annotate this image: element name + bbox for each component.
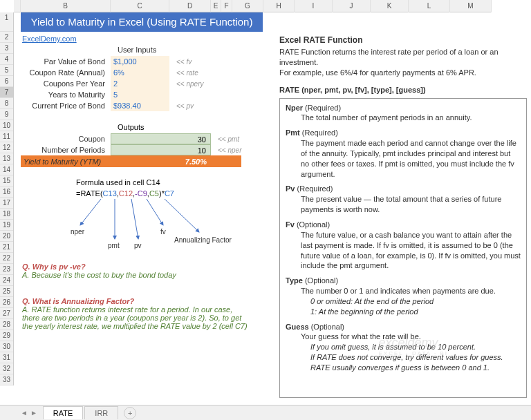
row-5[interactable]: 5 (0, 65, 13, 76)
arrow-label-annualizing: Annualizing Factor (174, 236, 232, 244)
svg-line-3 (147, 199, 163, 225)
output-hint: << nper (211, 146, 241, 154)
input-cell[interactable]: $1,000 (111, 56, 169, 67)
row-25[interactable]: 25 (0, 286, 13, 297)
svg-line-2 (131, 199, 138, 239)
input-cell[interactable]: 6% (111, 67, 169, 78)
col-D[interactable]: D (169, 0, 211, 12)
tab-irr[interactable]: IRR (84, 406, 118, 419)
row-13[interactable]: 13 (0, 153, 13, 164)
row-33[interactable]: 33 (0, 374, 13, 385)
row-8[interactable]: 8 (0, 98, 13, 109)
arg-desc: The present value — the total amount tha… (286, 194, 521, 215)
row-32[interactable]: 32 (0, 363, 13, 374)
row-30[interactable]: 30 (0, 341, 13, 352)
row-11[interactable]: 11 (0, 131, 13, 142)
rate-desc1: RATE Function returns the interest rate … (279, 47, 527, 68)
arg-name: Pv (286, 184, 295, 193)
row-24[interactable]: 24 (0, 275, 13, 286)
arg-subdesc: 0 or omitted: At the end of the period (286, 296, 521, 307)
row-headers: 1234567891011121314151617181920212223242… (0, 12, 14, 385)
input-hint: << npery (169, 80, 203, 88)
rate-signature: RATE (nper, pmt, pv, [fv], [type], [gues… (279, 85, 527, 95)
row-9[interactable]: 9 (0, 109, 13, 120)
arg-desc: The payment made each period and cannot … (286, 138, 521, 179)
col-C[interactable]: C (111, 0, 169, 12)
arg-name: Type (286, 276, 303, 285)
arg-desc: The number 0 or 1 and indicates when pay… (286, 286, 521, 296)
col-F[interactable]: F (221, 0, 232, 12)
output-label: Number of Periods (21, 146, 111, 154)
user-inputs-header: User Inputs (118, 46, 156, 54)
output-cell[interactable]: 10 (111, 144, 211, 155)
row-19[interactable]: 19 (0, 220, 13, 231)
source-link[interactable]: ExcelDemy.com (22, 35, 77, 43)
svg-line-4 (165, 199, 199, 232)
tab-rate[interactable]: RATE (43, 406, 84, 419)
row-16[interactable]: 16 (0, 187, 13, 198)
col-L[interactable]: L (409, 0, 450, 12)
row-28[interactable]: 28 (0, 319, 13, 330)
output-cell[interactable]: 30 (111, 133, 211, 144)
worksheet-content: Yield to Maturity in Excel (Using RATE F… (14, 12, 531, 405)
row-18[interactable]: 18 (0, 209, 13, 220)
input-cell[interactable]: 2 (111, 78, 169, 89)
rate-desc2: For example, use 6%/4 for quarterly paym… (279, 68, 527, 78)
col-J[interactable]: J (333, 0, 371, 12)
column-headers: B C D E F G H I J K L M (14, 0, 492, 12)
tab-nav[interactable]: ◄► (21, 409, 37, 417)
qa2-a2: there are two periods in a year (coupons… (22, 314, 248, 322)
svg-line-0 (80, 199, 101, 225)
row-26[interactable]: 26 (0, 297, 13, 308)
input-hint: << rate (169, 69, 198, 77)
input-cell[interactable]: $938.40 (111, 100, 169, 111)
row-29[interactable]: 29 (0, 330, 13, 341)
input-label: Years to Maturity (21, 90, 111, 99)
col-G[interactable]: G (232, 0, 263, 12)
input-label: Coupons Per Year (21, 79, 111, 88)
qa1-a: A. Because it's the cost to buy the bond… (22, 271, 176, 279)
col-I[interactable]: I (295, 0, 333, 12)
outputs-header: Outputs (118, 123, 145, 131)
input-label: Current Price of Bond (21, 102, 111, 110)
col-E[interactable]: E (211, 0, 221, 12)
row-12[interactable]: 12 (0, 142, 13, 153)
qa1: Q. Why is pv -ve? A. Because it's the co… (22, 262, 176, 279)
col-H[interactable]: H (263, 0, 295, 12)
page-title: Yield to Maturity in Excel (Using RATE F… (21, 12, 263, 32)
row-2[interactable]: 2 (0, 32, 13, 43)
formula-label: Formula used in cell C14 (76, 178, 160, 187)
row-7[interactable]: 7 (0, 87, 13, 98)
qa2-a1: A. RATE function returns interest rate f… (22, 305, 248, 314)
ytm-label: Yield to Maturity (YTM) (21, 158, 111, 166)
row-31[interactable]: 31 (0, 352, 13, 363)
row-27[interactable]: 27 (0, 308, 13, 319)
arrow-label-fv: fv (160, 228, 166, 236)
qa1-q: Q. Why is pv -ve? (22, 262, 176, 271)
row-15[interactable]: 15 (0, 175, 13, 187)
row-10[interactable]: 10 (0, 120, 13, 131)
input-label: Coupon Rate (Annual) (21, 68, 111, 77)
row-1[interactable]: 1 (0, 12, 13, 32)
arg-subdesc: 1: At the beginning of the period (286, 307, 521, 317)
ytm-value[interactable]: 7.50% (111, 158, 211, 166)
row-23[interactable]: 23 (0, 264, 13, 275)
row-22[interactable]: 22 (0, 253, 13, 264)
row-4[interactable]: 4 (0, 54, 13, 65)
col-M[interactable]: M (450, 0, 492, 12)
output-hint: << pmt (211, 135, 239, 143)
col-B[interactable]: B (21, 0, 111, 12)
row-6[interactable]: 6 (0, 76, 13, 87)
input-cell[interactable]: 5 (111, 89, 169, 100)
qa2-a3: the yearly interest rate, we multiplied … (22, 322, 248, 330)
row-17[interactable]: 17 (0, 198, 13, 209)
row-3[interactable]: 3 (0, 43, 13, 54)
user-inputs-block: Par Value of Bond$1,000<< fvCoupon Rate … (21, 56, 203, 111)
col-A[interactable] (14, 0, 21, 12)
row-21[interactable]: 21 (0, 242, 13, 253)
row-20[interactable]: 20 (0, 231, 13, 242)
qa2-q: Q. What is Annualizing Factor? (22, 297, 248, 305)
add-sheet-button[interactable]: + (124, 407, 136, 419)
row-14[interactable]: 14 (0, 164, 13, 175)
col-K[interactable]: K (371, 0, 409, 12)
